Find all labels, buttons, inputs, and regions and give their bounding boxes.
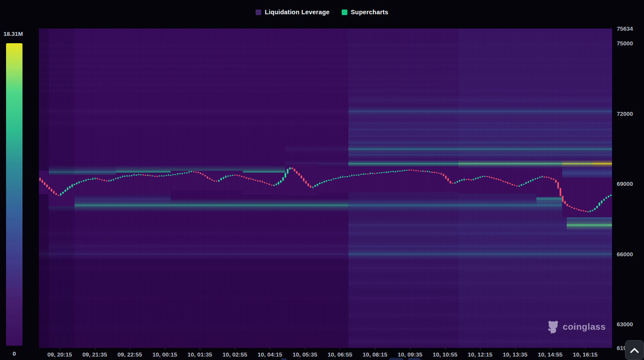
time-axis-label: 09, 22:55 [117, 351, 142, 358]
time-axis-tick [270, 348, 270, 350]
time-axis-tick [165, 348, 165, 350]
time-axis-tick [235, 348, 235, 350]
price-axis-label: 72000 [617, 111, 633, 117]
liquidation-heatmap-canvas[interactable] [39, 29, 612, 348]
legend-item-liquidation-leverage[interactable]: Liquidation Leverage [256, 9, 330, 16]
partial-content-below-fold [408, 358, 421, 360]
time-axis-label: 09, 20:15 [47, 351, 72, 358]
time-axis-label: 10, 10:55 [433, 351, 457, 358]
coinglass-wordmark: coinglass [563, 322, 606, 332]
legend-item-supercharts[interactable]: Supercharts [342, 9, 388, 16]
time-axis-label: 10, 06:55 [327, 351, 352, 358]
price-axis-label: 75634 [617, 25, 633, 32]
partial-content-below-fold [281, 358, 287, 360]
price-axis-label: 63000 [617, 321, 633, 328]
colorbar-max-label: 18.31M [3, 31, 23, 37]
time-axis-tick [60, 348, 60, 350]
time-axis-label: 10, 14:55 [538, 351, 562, 358]
time-axis-label: 10, 04:15 [257, 351, 282, 358]
time-axis-label: 10, 09:35 [397, 351, 422, 358]
time-axis-tick [200, 348, 200, 350]
time-axis-label: 10, 00:15 [152, 351, 177, 358]
scroll-to-top-button[interactable] [625, 340, 644, 360]
time-axis-tick [550, 348, 551, 350]
liquidation-leverage-swatch [256, 10, 261, 15]
coinglass-bear-icon [547, 320, 560, 334]
partial-content-below-fold [389, 358, 404, 360]
time-axis-tick [340, 348, 340, 350]
chart-legend: Liquidation Leverage Supercharts [0, 9, 644, 16]
coinglass-watermark: coinglass [547, 320, 606, 334]
liquidation-intensity-colorbar [6, 43, 22, 346]
time-axis-tick [305, 348, 305, 350]
time-axis-tick [375, 348, 375, 350]
time-axis-label: 10, 01:35 [187, 351, 212, 358]
time-axis-tick [410, 348, 410, 350]
colorbar-min-label: 0 [13, 350, 16, 357]
time-axis-label: 10, 16:15 [573, 351, 597, 358]
legend-label-liquidation-leverage: Liquidation Leverage [265, 9, 330, 16]
time-axis-tick [130, 348, 130, 350]
price-axis-label: 75000 [617, 40, 633, 47]
time-axis-label: 10, 08:15 [362, 351, 387, 358]
supercharts-swatch [342, 10, 347, 15]
time-axis-tick [515, 348, 516, 350]
time-axis-tick [445, 348, 445, 350]
time-axis-label: 10, 13:35 [503, 351, 527, 358]
price-axis-label: 66000 [617, 251, 633, 258]
time-axis-label: 09, 21:35 [82, 351, 107, 358]
time-axis-label: 10, 02:55 [222, 351, 247, 358]
time-axis-tick [480, 348, 481, 350]
chevron-up-icon [630, 347, 639, 353]
time-axis-label: 10, 05:35 [292, 351, 317, 358]
price-axis-label: 69000 [617, 181, 633, 187]
coinglass-liquidation-heatmap-page: Liquidation Leverage Supercharts 18.31M … [0, 0, 644, 360]
time-axis-label: 10, 12:15 [468, 351, 492, 358]
time-axis-tick [95, 348, 95, 350]
legend-label-supercharts: Supercharts [351, 9, 388, 16]
time-axis-tick [585, 348, 586, 350]
